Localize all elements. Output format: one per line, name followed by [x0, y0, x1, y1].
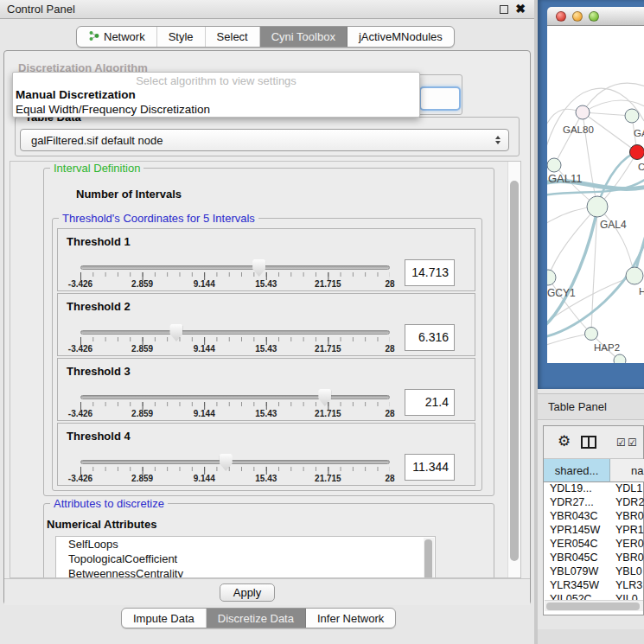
- algorithm-dropdown-popup: Select algorithm to view settings Manual…: [12, 72, 420, 118]
- panel-scrollbar[interactable]: [507, 162, 520, 577]
- float-window-icon[interactable]: [500, 5, 508, 14]
- cell-name[interactable]: YBR0: [610, 552, 644, 565]
- cell-name[interactable]: YDL1: [610, 482, 644, 496]
- network-canvas[interactable]: GAL80 GA GAL11 C GAL4 GCY1 H HAP2: [547, 26, 644, 363]
- cell-name[interactable]: YDR2: [610, 496, 644, 510]
- table-row[interactable]: YDR27...YDR2: [544, 496, 644, 510]
- table-row[interactable]: YLR345WYLR3: [544, 579, 644, 593]
- slider-track[interactable]: [80, 395, 390, 399]
- table-data-combobox[interactable]: galFiltered.sif default node: [20, 129, 509, 151]
- cell-shared-name[interactable]: YBL079W: [544, 565, 610, 579]
- option-equal-width-frequency[interactable]: Equal Width/Frequency Discretization: [16, 103, 210, 116]
- table-header-row: shared... na: [544, 459, 644, 482]
- algorithm-combobox-focused[interactable]: [419, 86, 461, 111]
- table-panel-titlebar: Table Panel: [538, 393, 644, 420]
- column-header-name[interactable]: na: [610, 459, 644, 482]
- dropdown-hint: Select algorithm to view settings: [13, 74, 419, 87]
- cell-shared-name[interactable]: YBR045C: [544, 552, 610, 565]
- tab-discretize-data[interactable]: Discretize Data: [207, 609, 306, 628]
- table-row[interactable]: YBR043CYBR0: [544, 510, 644, 524]
- network-icon: [88, 30, 99, 44]
- threshold-2-value-field[interactable]: 6.316: [405, 324, 455, 351]
- attribute-list-item[interactable]: BetweennessCentrality: [56, 566, 435, 578]
- tick-label: 15.43: [255, 409, 277, 418]
- tab-select[interactable]: Select: [206, 27, 260, 47]
- panel-title: Control Panel: [7, 3, 75, 16]
- node-hap2[interactable]: [585, 328, 598, 341]
- label-ga-partial: GA: [634, 128, 644, 138]
- tick-label: 9.144: [194, 279, 215, 289]
- cell-shared-name[interactable]: YDR27...: [544, 496, 610, 510]
- tick-label: 28: [385, 409, 394, 418]
- tab-infer-network[interactable]: Infer Network: [306, 609, 395, 628]
- tab-network[interactable]: Network: [77, 27, 157, 47]
- list-scrollbar-thumb[interactable]: [424, 539, 432, 578]
- close-traffic-light-icon[interactable]: [556, 11, 566, 22]
- checkbox-icon[interactable]: ☑: [616, 437, 626, 449]
- checkbox-icon[interactable]: ☑: [628, 437, 637, 449]
- tick-label: 2.859: [131, 279, 153, 289]
- cell-name[interactable]: YPR1: [610, 524, 644, 538]
- settings-gear-icon[interactable]: ⚙: [558, 434, 571, 449]
- cell-name[interactable]: YBR0: [610, 510, 644, 524]
- list-scrollbar[interactable]: [424, 538, 434, 578]
- threshold-1-slider: -3.4262.8599.14415.4321.71528: [80, 260, 390, 290]
- threshold-3-value-field[interactable]: 21.4: [405, 389, 455, 416]
- threshold-1-block: Threshold 1 -3.4262.8599.14415.4321.7152…: [57, 228, 475, 291]
- cell-shared-name[interactable]: YER054C: [544, 538, 610, 552]
- table-row[interactable]: YBL079WYBL0: [544, 565, 644, 579]
- cell-shared-name[interactable]: YDL19...: [544, 482, 610, 496]
- numerical-attributes-list[interactable]: SelfLoopsTopologicalCoefficientBetweenne…: [55, 536, 436, 578]
- apply-button[interactable]: Apply: [220, 583, 275, 602]
- node-h[interactable]: [626, 267, 643, 284]
- slider-track[interactable]: [80, 265, 390, 270]
- tick-label: -3.426: [68, 279, 92, 289]
- close-icon[interactable]: ✖: [515, 2, 526, 16]
- table-data-value: galFiltered.sif default node: [21, 134, 163, 147]
- minimize-traffic-light-icon[interactable]: [572, 11, 583, 22]
- table-row[interactable]: YPR145WYPR1: [544, 524, 644, 538]
- panel-scrollbar-thumb[interactable]: [510, 181, 519, 561]
- threshold-3-block: Threshold 3 -3.4262.8599.14415.4321.7152…: [57, 358, 475, 421]
- tab-network-label: Network: [104, 30, 145, 43]
- cell-name[interactable]: YLR3: [610, 579, 644, 593]
- node-top-right[interactable]: [625, 109, 639, 123]
- network-window-titlebar[interactable]: [547, 7, 644, 26]
- combo-spinner-icon: [495, 136, 501, 144]
- table-hscrollbar-thumb[interactable]: [546, 603, 640, 610]
- threshold-4-value-field[interactable]: 11.344: [405, 454, 455, 481]
- node-bottom[interactable]: [614, 354, 626, 363]
- threshold-1-value-field[interactable]: 14.713: [405, 259, 455, 286]
- node-gal80[interactable]: [576, 105, 590, 119]
- slider-tick-labels: -3.4262.8599.14415.4321.71528: [80, 344, 390, 354]
- split-table-icon[interactable]: [581, 436, 596, 452]
- option-manual-discretization[interactable]: Manual Discretization: [16, 88, 136, 101]
- table-toolbar: ⚙ ☑ ☑: [544, 426, 643, 459]
- table-horizontal-scrollbar[interactable]: [545, 600, 643, 611]
- slider-tick-labels: -3.4262.8599.14415.4321.71528: [80, 474, 390, 484]
- table-row[interactable]: YDL19...YDL1: [544, 482, 644, 496]
- table-row[interactable]: YBR045CYBR0: [544, 552, 644, 565]
- attribute-list-item[interactable]: TopologicalCoefficient: [56, 552, 435, 566]
- cell-name[interactable]: YBL0: [610, 565, 644, 579]
- slider-track[interactable]: [80, 330, 390, 335]
- table-row[interactable]: YER054CYER0: [544, 538, 644, 552]
- maximize-traffic-light-icon[interactable]: [589, 11, 599, 22]
- tab-style[interactable]: Style: [157, 27, 206, 47]
- slider-track[interactable]: [80, 460, 390, 464]
- column-header-shared-name[interactable]: shared...: [544, 459, 610, 482]
- tick-label: 21.715: [315, 344, 341, 354]
- tab-jactivemnodules[interactable]: jActiveMNodules: [348, 27, 454, 47]
- tick-label: 21.715: [315, 409, 341, 418]
- cell-shared-name[interactable]: YBR043C: [544, 510, 610, 524]
- cell-shared-name[interactable]: YPR145W: [544, 524, 610, 538]
- node-gal11[interactable]: [547, 158, 561, 172]
- tab-impute-data[interactable]: Impute Data: [122, 609, 207, 628]
- node-selected-red[interactable]: [630, 145, 644, 160]
- tab-cyni-toolbox[interactable]: Cyni Toolbox: [260, 27, 348, 47]
- attribute-list-item[interactable]: SelfLoops: [56, 537, 435, 552]
- cell-name[interactable]: YER0: [610, 538, 644, 552]
- node-gal4[interactable]: [587, 196, 608, 217]
- node-gcy1[interactable]: [547, 270, 556, 285]
- cell-shared-name[interactable]: YLR345W: [544, 579, 610, 593]
